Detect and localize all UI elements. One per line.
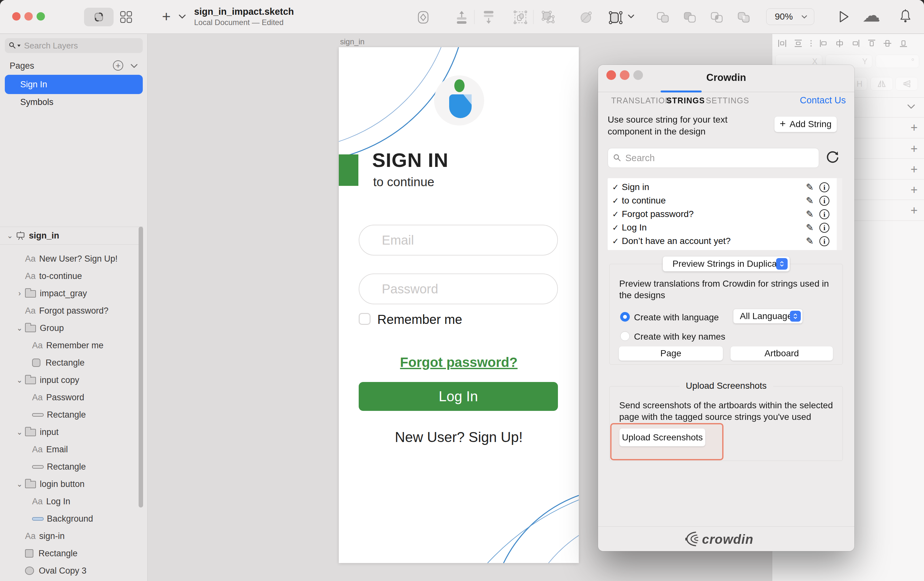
layer-row[interactable]: AaNew User? Sign Up! bbox=[0, 250, 141, 267]
resize-icon[interactable] bbox=[607, 10, 624, 26]
layer-row[interactable]: Oval Copy 3 bbox=[0, 562, 141, 579]
add-page-button[interactable]: + bbox=[113, 60, 123, 71]
string-search-input[interactable] bbox=[625, 153, 805, 163]
edit-pencil-icon[interactable]: ✎ bbox=[806, 236, 813, 247]
sign-up-text[interactable]: New User? Sign Up! bbox=[339, 429, 579, 445]
add-style-button[interactable]: + bbox=[908, 162, 921, 176]
artboard-layer-header[interactable]: ⌄ sign_in bbox=[0, 227, 143, 245]
layer-row[interactable]: AaPassword bbox=[0, 389, 141, 406]
edit-pencil-icon[interactable]: ✎ bbox=[806, 182, 813, 193]
email-field[interactable]: Email bbox=[359, 225, 558, 255]
chevron-down-icon[interactable]: ⌄ bbox=[14, 376, 25, 384]
boolean-union-icon[interactable] bbox=[656, 11, 670, 25]
pages-collapse-chevron-icon[interactable] bbox=[130, 64, 138, 68]
edit-pencil-icon[interactable]: ✎ bbox=[806, 209, 813, 220]
rotate-icon[interactable] bbox=[578, 10, 594, 25]
boolean-subtract-icon[interactable] bbox=[683, 11, 698, 25]
dropdown-stepper-icon[interactable] bbox=[790, 311, 801, 322]
sign-in-artboard[interactable]: SIGN IN to continue Email Password Remem… bbox=[339, 47, 579, 563]
add-style-button[interactable]: + bbox=[908, 142, 921, 156]
info-icon[interactable]: i bbox=[819, 236, 829, 246]
align-right-icon[interactable] bbox=[851, 38, 860, 48]
preview-strings-dropdown[interactable]: Preview Strings in Duplicate bbox=[663, 256, 790, 271]
string-row[interactable]: ✓Log In✎i bbox=[608, 221, 842, 234]
create-with-language-radio[interactable] bbox=[620, 312, 630, 322]
chevron-right-icon[interactable]: › bbox=[14, 289, 25, 298]
close-window-button[interactable] bbox=[12, 12, 21, 20]
align-top-icon[interactable] bbox=[867, 38, 876, 48]
remember-me-checkbox[interactable] bbox=[359, 313, 371, 325]
align-bottom-icon[interactable] bbox=[899, 38, 908, 48]
insert-chevron-icon[interactable] bbox=[178, 14, 186, 19]
layer-row[interactable]: Rectangle bbox=[0, 458, 141, 475]
notifications-bell-icon[interactable] bbox=[898, 8, 912, 25]
align-center-horizontal-icon[interactable] bbox=[835, 38, 845, 48]
contact-us-link[interactable]: Contact Us bbox=[800, 95, 846, 106]
log-in-button[interactable]: Log In bbox=[359, 382, 558, 411]
canvas-view-toggle[interactable] bbox=[84, 8, 114, 26]
search-layers-field[interactable] bbox=[5, 38, 143, 53]
layer-row[interactable]: ⌄input copy bbox=[0, 371, 141, 389]
password-field[interactable]: Password bbox=[359, 273, 558, 304]
layer-row[interactable]: AaRemember me bbox=[0, 337, 141, 354]
rotation-field[interactable]: ° bbox=[876, 55, 919, 68]
ungroup-icon[interactable] bbox=[540, 10, 556, 25]
create-with-key-names-radio[interactable] bbox=[620, 331, 630, 341]
flip-vertical-button[interactable] bbox=[896, 77, 918, 91]
distribute-horizontally-icon[interactable] bbox=[777, 38, 787, 48]
tab-translation[interactable]: TRANSLATION bbox=[611, 96, 671, 105]
create-symbol-icon[interactable] bbox=[416, 10, 431, 25]
layer-row[interactable]: ⌄input bbox=[0, 424, 141, 441]
layer-row[interactable]: ⌄Group bbox=[0, 319, 141, 337]
layer-row[interactable]: AaLog In bbox=[0, 493, 141, 510]
section-collapse-chevron-icon[interactable] bbox=[907, 104, 915, 109]
edit-pencil-icon[interactable]: ✎ bbox=[806, 195, 813, 206]
sidebar-page-symbols[interactable]: Symbols bbox=[20, 97, 54, 107]
boolean-difference-icon[interactable] bbox=[737, 11, 751, 25]
edit-pencil-icon[interactable]: ✎ bbox=[806, 222, 813, 233]
add-style-button[interactable]: + bbox=[908, 183, 921, 197]
tab-settings[interactable]: SETTINGS bbox=[706, 96, 749, 105]
grid-view-toggle[interactable] bbox=[119, 10, 133, 25]
bring-forward-icon[interactable] bbox=[454, 10, 469, 25]
zoom-dropdown[interactable]: 90% bbox=[766, 8, 814, 25]
layer-row[interactable]: AaForgot password? bbox=[0, 302, 141, 319]
layer-row[interactable]: Aasign-in bbox=[0, 527, 141, 545]
string-row[interactable]: ✓to continue✎i bbox=[608, 194, 842, 207]
layer-row[interactable]: Rectangle bbox=[0, 354, 141, 371]
cloud-sync-icon[interactable]: ☁ bbox=[862, 6, 880, 25]
artboard-title[interactable]: sign_in bbox=[340, 37, 365, 46]
info-icon[interactable]: i bbox=[819, 209, 829, 219]
preview-play-icon[interactable] bbox=[837, 10, 851, 24]
flip-horizontal-button[interactable] bbox=[870, 77, 893, 91]
tab-strings[interactable]: STRINGS bbox=[667, 96, 705, 105]
layer-row[interactable]: Aato-continue bbox=[0, 267, 141, 285]
string-row[interactable]: ✓Sign in✎i bbox=[608, 180, 842, 194]
align-left-icon[interactable] bbox=[819, 38, 828, 48]
chevron-down-icon[interactable]: ⌄ bbox=[14, 324, 25, 333]
layer-row[interactable]: AaEmail bbox=[0, 441, 141, 458]
layer-row[interactable]: Background bbox=[0, 510, 141, 527]
layer-row[interactable]: Rectangle bbox=[0, 545, 141, 562]
artboard-button[interactable]: Artboard bbox=[730, 346, 833, 361]
send-backward-icon[interactable] bbox=[481, 10, 496, 25]
group-icon[interactable] bbox=[513, 10, 528, 25]
dialog-titlebar[interactable]: Crowdin bbox=[598, 65, 855, 92]
search-layers-input[interactable] bbox=[24, 41, 127, 51]
info-icon[interactable]: i bbox=[819, 223, 829, 233]
string-row[interactable]: ✓Forgot password?✎i bbox=[608, 207, 842, 221]
layer-row[interactable]: Rectangle bbox=[0, 406, 141, 424]
list-scrollbar-track[interactable] bbox=[837, 178, 842, 250]
distribute-vertically-icon[interactable] bbox=[794, 38, 803, 48]
add-style-button[interactable]: + bbox=[908, 204, 921, 217]
sidebar-scrollbar[interactable] bbox=[139, 227, 143, 508]
all-languages-dropdown[interactable]: All Languages bbox=[733, 309, 803, 324]
dropdown-stepper-icon[interactable] bbox=[776, 258, 788, 270]
string-search-field[interactable] bbox=[608, 148, 819, 168]
chevron-down-icon[interactable]: ⌄ bbox=[14, 428, 25, 437]
info-icon[interactable]: i bbox=[819, 182, 829, 192]
zoom-window-button[interactable] bbox=[36, 12, 45, 20]
sidebar-page-sign-in[interactable]: Sign In bbox=[5, 75, 143, 94]
chevron-down-icon[interactable]: ⌄ bbox=[14, 480, 25, 488]
layer-row[interactable]: ›impact_gray bbox=[0, 285, 141, 302]
